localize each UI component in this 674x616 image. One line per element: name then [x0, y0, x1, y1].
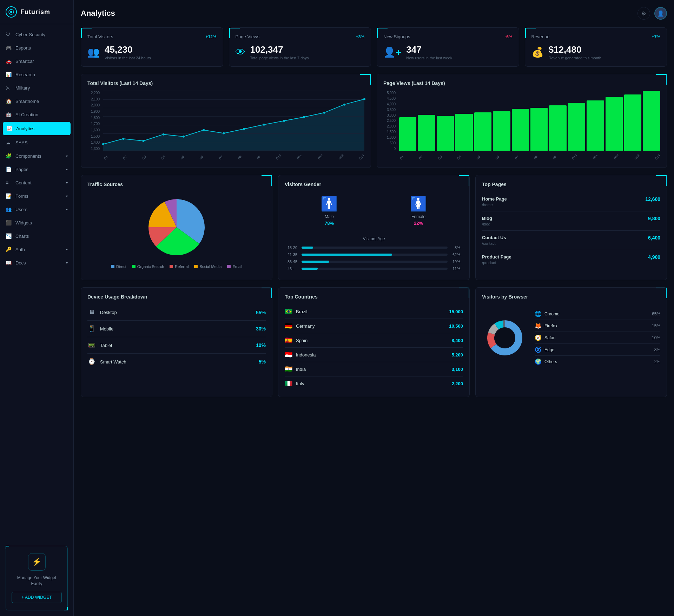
nav-label-components: Components — [15, 153, 41, 159]
country-count-2: 8,400 — [451, 338, 463, 343]
sidebar-item-widgets[interactable]: ⬛ Widgets — [0, 216, 73, 229]
legend-item: Email — [227, 264, 242, 269]
nav-icon-pages: 📄 — [6, 166, 12, 172]
age-bar-fill-3 — [302, 268, 318, 270]
stat-icon-0: 👥 — [87, 46, 100, 58]
bar-item-2 — [437, 116, 454, 151]
avatar[interactable]: 👤 — [654, 7, 667, 20]
line-y-label: 1,500 — [87, 135, 100, 138]
donut-chart — [482, 315, 528, 361]
bar-x-label: D14 — [654, 153, 661, 160]
nav-icon-military: ⚔ — [6, 85, 12, 91]
sidebar-item-auth[interactable]: 🔑 Auth ▾ — [0, 243, 73, 256]
top-page-path-0: /home — [482, 203, 507, 207]
nav-label-users: Users — [15, 207, 27, 212]
legend-dot — [111, 265, 114, 268]
traffic-title: Traffic Sources — [87, 182, 266, 187]
nav-icon-saas: ☁ — [6, 140, 12, 145]
nav-icon-users: 👥 — [6, 207, 12, 212]
nav-label-smartcar: Smartcar — [15, 59, 34, 64]
top-page-row-1: Blog /blog 9,800 — [482, 211, 660, 231]
stat-badge-2: -6% — [505, 34, 512, 39]
age-label-2: 36-45 — [288, 260, 299, 264]
add-widget-button[interactable]: + ADD WIDGET — [12, 592, 62, 603]
sidebar-item-docs[interactable]: 📖 Docs ▾ — [0, 256, 73, 269]
sidebar-item-saas[interactable]: ☁ SAAS — [0, 136, 73, 149]
bar-item-3 — [455, 114, 473, 151]
bar-x-label: D7 — [514, 155, 519, 160]
settings-button[interactable]: ⚙ — [637, 7, 650, 20]
nav-label-smarthome: Smarthome — [15, 99, 39, 104]
browser-name-1: Firefox — [544, 323, 649, 328]
bar-item-9 — [568, 103, 585, 151]
bar-y-label: 3,000 — [383, 113, 396, 117]
stat-label-2: New Signups — [383, 34, 410, 39]
sidebar-item-smartcar[interactable]: 🚗 Smartcar — [0, 54, 73, 68]
country-row-0: 🇧🇷 Brazil 15,000 — [285, 304, 463, 319]
age-bars: 15-20 8% 21-35 62% 36-45 19% 46+ 11% — [288, 245, 460, 271]
sidebar-item-content[interactable]: ≡ Content ▾ — [0, 176, 73, 189]
svg-point-22 — [343, 104, 345, 106]
sidebar-item-pages[interactable]: 📄 Pages ▾ — [0, 163, 73, 176]
legend-item: Organic Search — [132, 264, 164, 269]
logo[interactable]: Futurism — [0, 0, 73, 24]
browsers-title: Visitors by Browser — [482, 294, 660, 300]
countries-title: Top Countries — [285, 294, 463, 300]
browser-icon-0: 🌐 — [535, 310, 542, 317]
stat-card-header-0: Total Visitors +12% — [87, 34, 217, 39]
device-icon-3: ⌚ — [87, 358, 96, 366]
sidebar-item-users[interactable]: 👥 Users ▾ — [0, 203, 73, 216]
svg-point-19 — [283, 120, 285, 122]
sidebar-item-military[interactable]: ⚔ Military — [0, 81, 73, 94]
stat-card-3: Revenue +7% 💰 $12,480 Revenue generated … — [525, 27, 667, 67]
svg-point-18 — [263, 124, 265, 126]
country-name-2: Spain — [296, 338, 448, 343]
legend-label: Direct — [116, 264, 126, 269]
line-chart-xaxis: D1D2D3D4D5D6D7D8D9D10D11D12D13D14 — [103, 158, 364, 161]
bar-y-label: 2,500 — [383, 119, 396, 123]
top-page-count-2: 6,400 — [648, 235, 660, 241]
bar-item-6 — [512, 109, 529, 151]
sidebar-item-components[interactable]: 🧩 Components ▾ — [0, 149, 73, 163]
stat-value-3: $12,480 — [549, 44, 601, 55]
stat-value-1: 102,347 — [250, 44, 309, 55]
nav-label-pages: Pages — [15, 167, 28, 172]
sidebar-item-smarthome[interactable]: 🏠 Smarthome — [0, 94, 73, 108]
sidebar-item-forms[interactable]: 📝 Forms ▾ — [0, 189, 73, 203]
bar-y-label: 1,500 — [383, 130, 396, 134]
sidebar-item-research[interactable]: 📊 Research — [0, 68, 73, 81]
device-list: 🖥 Desktop 55% 📱 Mobile 30% 📟 Tablet 10% … — [87, 304, 266, 370]
browser-name-3: Edge — [544, 347, 652, 352]
stat-desc-3: Revenue generated this month — [549, 56, 601, 60]
bar-item-12 — [624, 94, 641, 151]
stat-value-2: 347 — [406, 44, 452, 55]
sidebar-item-ai-creation[interactable]: 🤖 AI Creation — [0, 108, 73, 121]
countries-list: 🇧🇷 Brazil 15,000 🇩🇪 Germany 10,500 🇪🇸 Sp… — [285, 304, 463, 391]
legend-item: Direct — [111, 264, 126, 269]
male-label: Male — [321, 214, 338, 219]
bar-item-4 — [474, 112, 491, 151]
sidebar-item-esports[interactable]: 🎮 Esports — [0, 41, 73, 54]
stat-card-header-1: Page Views +3% — [236, 34, 365, 39]
sidebar-item-charts[interactable]: 📉 Charts — [0, 229, 73, 243]
bar-item-0 — [399, 117, 416, 151]
country-count-5: 2,200 — [451, 381, 463, 386]
sidebar-item-analytics[interactable]: 📈 Analytics — [3, 122, 71, 135]
nav-label-cyber-security: Cyber Security — [15, 32, 45, 37]
age-bar-bg-2 — [302, 261, 448, 263]
line-x-label: D11 — [296, 153, 303, 160]
country-name-0: Brazil — [296, 309, 445, 314]
country-name-5: Italy — [296, 381, 448, 386]
stat-icon-3: 💰 — [531, 46, 544, 58]
chevron-icon-content: ▾ — [66, 181, 68, 185]
nav-icon-forms: 📝 — [6, 193, 12, 199]
line-x-label: D12 — [317, 153, 324, 160]
bar-x-label: D12 — [613, 153, 620, 160]
browser-row-1: 🦊 Firefox 15% — [535, 320, 660, 332]
device-row-3: ⌚ Smart Watch 5% — [87, 354, 266, 370]
chevron-icon-forms: ▾ — [66, 194, 68, 198]
bar-x-label: D6 — [495, 155, 500, 160]
legend-label: Referral — [175, 264, 189, 269]
sidebar-item-cyber-security[interactable]: 🛡 Cyber Security — [0, 28, 73, 41]
browser-list: 🌐 Chrome 65% 🦊 Firefox 15% 🧭 Safari 10% … — [535, 308, 660, 367]
